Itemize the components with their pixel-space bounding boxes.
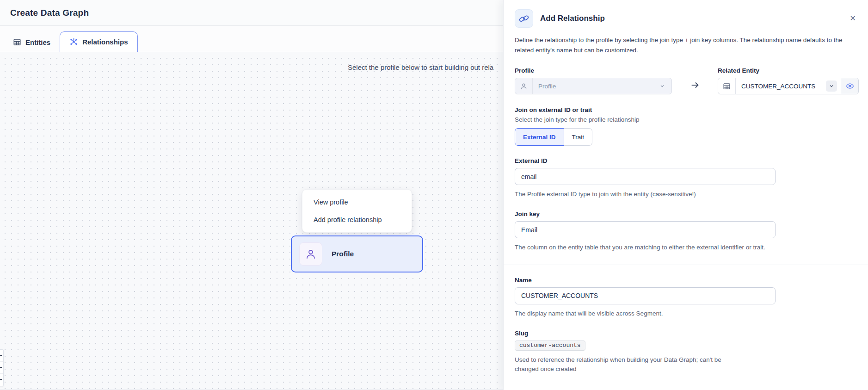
external-id-label: External ID <box>515 157 859 164</box>
arrow-right-icon <box>672 77 718 93</box>
name-field: Name The display name that will be visib… <box>515 277 859 318</box>
link-icon <box>515 9 533 28</box>
name-input[interactable] <box>515 287 776 304</box>
join-type-label: Join on external ID or trait <box>515 106 859 113</box>
panel-description: Define the relationship to the profile b… <box>515 35 859 55</box>
profile-label: Profile <box>515 67 672 74</box>
graph-canvas[interactable]: Select the profile below to start buildi… <box>0 52 503 390</box>
name-label: Name <box>515 277 859 284</box>
tab-entities[interactable]: Entities <box>4 32 60 52</box>
toggle-external-id[interactable]: External ID <box>515 128 564 146</box>
tab-relationships-label: Relationships <box>82 38 128 46</box>
related-entity-select[interactable]: CUSTOMER_ACCOUNTS <box>718 78 859 94</box>
join-type-section: Join on external ID or trait Select the … <box>515 106 859 146</box>
person-icon <box>299 242 322 266</box>
zoom-in-button[interactable] <box>0 350 3 362</box>
panel-title: Add Relationship <box>540 14 847 23</box>
canvas-hint-text: Select the profile below to start buildi… <box>348 63 493 71</box>
eye-icon[interactable] <box>841 78 858 94</box>
menu-item-add-profile-relationship[interactable]: Add profile relationship <box>302 211 412 229</box>
toggle-trait[interactable]: Trait <box>564 128 593 146</box>
fit-view-button[interactable] <box>0 374 3 386</box>
node-context-menu: View profile Add profile relationship <box>302 189 412 233</box>
section-divider <box>504 265 868 265</box>
panel-header: Add Relationship ✕ <box>515 9 859 28</box>
related-entity-select-value: CUSTOMER_ACCOUNTS <box>736 83 826 90</box>
join-key-field: Join key The column on the entity table … <box>515 210 859 252</box>
tab-relationships[interactable]: Relationships <box>60 31 137 52</box>
join-type-toggle: External ID Trait <box>515 128 592 146</box>
table-icon <box>718 78 736 94</box>
related-entity-label: Related Entity <box>718 67 859 74</box>
tab-bar: Entities Re <box>0 26 503 52</box>
slug-field: Slug customer-accounts Used to reference… <box>515 330 859 374</box>
join-key-input[interactable] <box>515 221 776 238</box>
external-id-field: External ID The Profile external ID type… <box>515 157 859 199</box>
page-title: Create Data Graph <box>10 8 89 18</box>
workspace: Create Data Graph Entities <box>0 0 503 390</box>
tab-entities-label: Entities <box>25 38 50 46</box>
profile-field: Profile Profile <box>515 67 672 94</box>
name-helper: The display name that will be visible ac… <box>515 309 776 318</box>
slug-helper: Used to reference the relationship when … <box>515 355 732 374</box>
profile-node-label: Profile <box>332 250 354 258</box>
profile-node[interactable]: Profile <box>291 235 423 272</box>
slug-value: customer-accounts <box>515 340 585 351</box>
related-entity-field: Related Entity CUSTOMER_ACCOUNTS <box>718 67 859 94</box>
app-root: Create Data Graph Entities <box>0 0 868 390</box>
close-icon[interactable]: ✕ <box>847 13 859 24</box>
external-id-helper: The Profile external ID type to join wit… <box>515 190 776 199</box>
profile-select[interactable]: Profile <box>515 78 672 94</box>
add-relationship-panel: Add Relationship ✕ Define the relationsh… <box>503 0 868 390</box>
external-id-input[interactable] <box>515 168 776 185</box>
join-key-label: Join key <box>515 210 859 217</box>
table-icon <box>13 38 21 46</box>
menu-item-view-profile[interactable]: View profile <box>302 193 412 211</box>
join-type-sublabel: Select the join type for the profile rel… <box>515 116 859 123</box>
graph-network-icon <box>69 37 78 46</box>
person-icon <box>515 78 533 94</box>
join-key-helper: The column on the entity table that you … <box>515 243 776 252</box>
chevron-down-icon <box>826 80 837 92</box>
profile-entity-row: Profile Profile <box>515 67 859 94</box>
slug-label: Slug <box>515 330 859 337</box>
zoom-out-button[interactable] <box>0 362 3 374</box>
canvas-zoom-controls <box>0 349 4 386</box>
profile-select-value: Profile <box>533 83 657 90</box>
chevron-down-icon <box>657 80 668 92</box>
top-bar: Create Data Graph <box>0 0 503 26</box>
